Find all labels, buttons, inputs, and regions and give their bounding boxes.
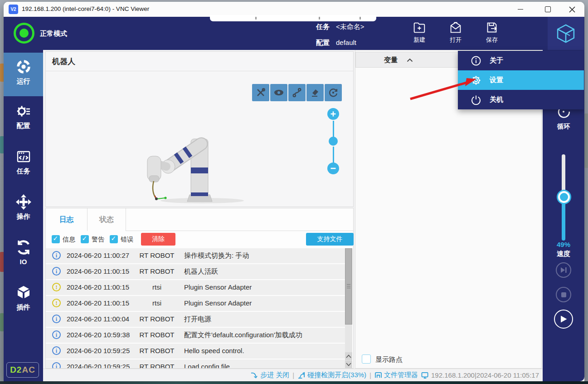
- rotate-icon: [328, 87, 339, 98]
- collision-icon: [297, 371, 306, 379]
- show-waypoints-checkbox[interactable]: [362, 354, 371, 364]
- sidebar-item-task[interactable]: 任务: [4, 143, 43, 186]
- io-icon: [15, 239, 32, 256]
- folder-icon: [374, 372, 382, 379]
- scrollbar-grip: [347, 284, 350, 285]
- open-label: 打开: [441, 36, 470, 44]
- log-message: 打开电源: [184, 315, 211, 324]
- tab-status[interactable]: 状态: [87, 208, 126, 231]
- log-time: 2024-06-20 10:59:25: [67, 347, 130, 354]
- operate-icon: [15, 193, 32, 211]
- minimize-icon: [518, 9, 523, 10]
- desktop-background: V2 192.168.1.200 (intel-corei7-64:0) - V…: [0, 0, 588, 384]
- menu-item-shutdown[interactable]: 关机: [458, 90, 584, 109]
- scrollbar-grip: [347, 288, 350, 288]
- log-row[interactable]: i 2024-06-20 10:59:25 RT ROBOT Load conf…: [46, 359, 345, 368]
- log-message: Plugin Sensor Adapter: [184, 283, 252, 291]
- separator: |: [369, 371, 371, 379]
- task-label: 任务: [316, 23, 330, 30]
- log-row[interactable]: i 2024-06-20 11:00:15 RT ROBOT 机器人活跃: [46, 264, 345, 279]
- stop-icon: [561, 292, 567, 298]
- file-manager-button[interactable]: 文件管理器: [374, 371, 418, 379]
- plus-icon: [330, 111, 336, 117]
- log-source: RT ROBOT: [134, 347, 180, 354]
- task-row: 任务<未命名>: [316, 22, 364, 31]
- view-path-button[interactable]: [288, 84, 306, 101]
- sidebar-item-run[interactable]: 运行: [4, 53, 43, 96]
- menu-item-label: 关机: [490, 95, 503, 104]
- d2ac-badge[interactable]: D2AC: [6, 362, 39, 378]
- path-icon: [292, 87, 302, 98]
- view-visibility-button[interactable]: [270, 84, 287, 101]
- step-mode-toggle[interactable]: 步进 关闭: [251, 371, 289, 379]
- save-button[interactable]: 保存: [477, 19, 506, 48]
- file-manager-label: 文件管理器: [384, 371, 418, 379]
- log-row[interactable]: i 2024-06-20 11:00:04 RT ROBOT 打开电源: [46, 312, 345, 327]
- log-source: RT ROBOT: [134, 331, 180, 339]
- sidebar-item-plugin[interactable]: 插件: [4, 279, 43, 322]
- sidebar-item-operate[interactable]: 操作: [4, 188, 43, 231]
- chevron-down-icon: [346, 363, 351, 366]
- filter-info-label: 信息: [63, 236, 75, 244]
- connection-info: 192.168.1.200|2024-06-20 11:05:17: [421, 371, 539, 379]
- filter-info-checkbox[interactable]: [52, 235, 60, 243]
- new-task-button[interactable]: 新建: [405, 19, 434, 48]
- step-next-button[interactable]: [556, 262, 571, 278]
- brand-cube-icon: [555, 23, 576, 44]
- log-source: RT ROBOT: [134, 315, 180, 323]
- sidebar-item-config[interactable]: 配置: [4, 97, 43, 141]
- log-row[interactable]: i 2024-06-20 10:59:25 RT ROBOT Hello spe…: [46, 344, 345, 359]
- sidebar-item-label: 配置: [4, 122, 43, 130]
- filter-warning-checkbox[interactable]: [81, 235, 89, 243]
- info-icon: [471, 55, 481, 66]
- power-icon: [471, 94, 481, 105]
- log-row[interactable]: i 2024-06-20 11:00:27 RT ROBOT 操作模式切换为: …: [46, 248, 345, 263]
- log-level-icon: i: [52, 330, 61, 339]
- zoom-out-button[interactable]: [327, 162, 339, 174]
- sidebar-item-io[interactable]: IO: [4, 233, 43, 277]
- log-row[interactable]: i 2024-06-20 10:59:38 RT ROBOT 配置文件'defa…: [46, 328, 345, 343]
- zoom-in-button[interactable]: [327, 108, 339, 120]
- speed-slider-track-lower[interactable]: [562, 197, 565, 241]
- erase-button[interactable]: [306, 84, 324, 101]
- clear-log-button[interactable]: 清除: [141, 233, 175, 246]
- maximize-button[interactable]: [537, 2, 558, 17]
- new-task-icon: [412, 20, 427, 35]
- tab-label: 日志: [59, 215, 74, 225]
- vnc-toolbar-strip[interactable]: [210, 15, 376, 21]
- scroll-down-button[interactable]: [345, 360, 352, 368]
- divider: [46, 71, 353, 71]
- log-panel: 日志 状态 信息 警告 错误 清除 支持文件 i 2024-06-20 11:0…: [45, 208, 354, 369]
- open-button[interactable]: 打开: [441, 19, 470, 48]
- config-row: 配置default: [316, 38, 356, 47]
- run-icon: [15, 58, 32, 75]
- close-button[interactable]: [562, 2, 583, 17]
- view-tools-button[interactable]: [252, 84, 269, 101]
- menu-item-settings[interactable]: 设置: [458, 70, 584, 90]
- collision-detection-toggle[interactable]: 碰撞检测开启(33%): [297, 371, 366, 379]
- save-icon: [484, 20, 500, 35]
- log-source: RT ROBOT: [134, 251, 180, 259]
- speed-slider-track-upper[interactable]: [562, 154, 565, 197]
- minimize-button[interactable]: [510, 2, 531, 17]
- stop-button[interactable]: [556, 287, 571, 302]
- speed-slider-thumb[interactable]: [558, 191, 570, 203]
- play-button[interactable]: [554, 310, 573, 329]
- tab-log[interactable]: 日志: [46, 208, 87, 231]
- reset-view-button[interactable]: [325, 84, 342, 101]
- log-scrollbar-track[interactable]: [345, 248, 352, 368]
- log-source: rtsi: [134, 299, 180, 307]
- support-file-button[interactable]: 支持文件: [306, 233, 354, 246]
- zoom-slider-thumb[interactable]: [329, 137, 338, 146]
- log-row[interactable]: ! 2024-06-20 11:00:15 rtsi Plugin Sensor…: [46, 280, 345, 295]
- save-label: 保存: [477, 36, 506, 44]
- scrollbar-grip: [347, 286, 350, 286]
- log-level-icon: i: [52, 251, 61, 260]
- filter-error-checkbox[interactable]: [110, 235, 118, 243]
- connection-text: 192.168.1.200|2024-06-20 11:05:17: [431, 371, 539, 379]
- log-scrollbar-thumb[interactable]: [345, 248, 352, 325]
- menu-item-about[interactable]: 关于: [458, 51, 584, 70]
- scroll-up-button[interactable]: [345, 352, 352, 360]
- app-menu-button[interactable]: [548, 17, 584, 50]
- log-row[interactable]: ! 2024-06-20 11:00:15 rtsi Plugin Sensor…: [46, 296, 345, 311]
